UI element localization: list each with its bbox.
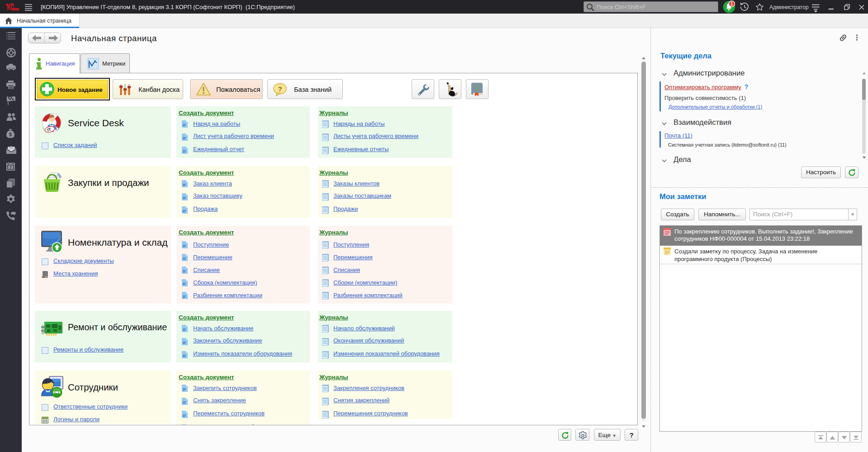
svg-text:7: 7	[9, 166, 12, 170]
svg-text:$: $	[9, 132, 12, 137]
svg-text:?: ?	[278, 85, 282, 93]
svg-text:1: 1	[730, 1, 733, 6]
